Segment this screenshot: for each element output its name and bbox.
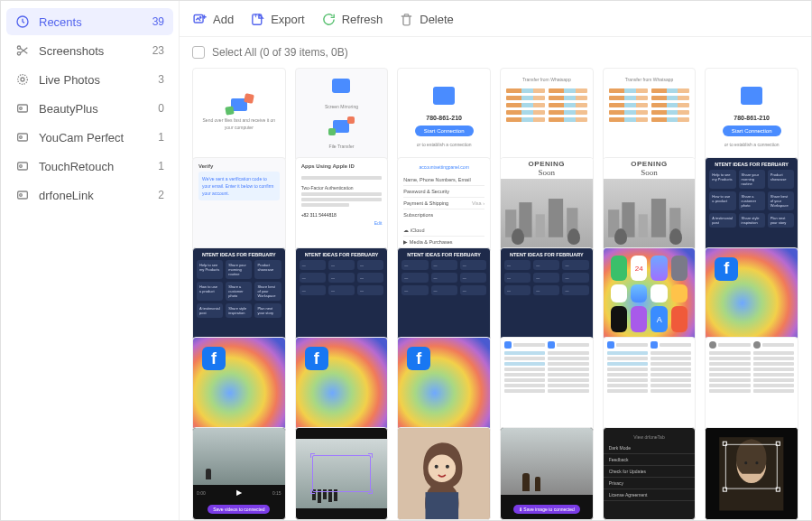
add-image-icon [192, 12, 208, 27]
sidebar-item-touchretouch[interactable]: TouchRetouch 1 [6, 153, 173, 180]
svg-point-28 [429, 454, 456, 481]
svg-point-12 [20, 194, 23, 197]
app-folder-icon [15, 188, 30, 202]
thumbnail[interactable]: f [295, 337, 389, 431]
button-label: Export [271, 13, 305, 26]
add-button[interactable]: Add [192, 12, 234, 27]
sidebar-item-youcam[interactable]: YouCam Perfect 1 [6, 124, 173, 151]
svg-rect-19 [549, 199, 563, 237]
thumbnail[interactable]: ⬇ Save image to connected [500, 427, 594, 520]
thumbnail[interactable]: NTENT IDEAS FOR FEBRUARY ——— ——— ——— [397, 247, 491, 341]
app-folder-icon [15, 101, 30, 116]
button-label: Refresh [342, 13, 383, 26]
thumbnail[interactable]: Verify We've sent a verification code to… [192, 157, 286, 251]
svg-point-4 [21, 78, 24, 81]
sidebar-label: Recents [39, 15, 152, 29]
export-button[interactable]: Export [250, 12, 305, 27]
sidebar-count: 1 [158, 160, 164, 172]
app-folder-icon [15, 130, 30, 144]
sidebar-label: BeautyPlus [39, 102, 158, 116]
thumbnail[interactable]: NTENT IDEAS FOR FEBRUARY ——— ——— ——— [500, 247, 594, 341]
svg-point-6 [20, 107, 23, 110]
svg-rect-31 [426, 492, 459, 519]
svg-rect-23 [638, 215, 647, 237]
sidebar-label: Screenshots [39, 44, 152, 58]
select-all-bar: Select All (0 of 39 items, 0B) [180, 37, 811, 64]
thumbnail[interactable]: f [705, 247, 798, 341]
thumbnail[interactable]: Transfer from Whatsapp [500, 68, 594, 162]
sidebar-label: YouCam Perfect [39, 131, 158, 144]
svg-point-29 [435, 464, 438, 468]
sidebar-count: 3 [158, 73, 164, 86]
thumbnail[interactable]: View drfoneTab Dark Mode Feedback Check … [603, 427, 697, 520]
app-root: Recents 39 Screenshots 23 Live Photos 3 … [1, 1, 811, 520]
thumbnail[interactable]: NTENT IDEAS FOR FEBRUARY Help to see my … [705, 157, 798, 251]
thumbnail[interactable]: 780-861-210 Start Connection or to estab… [705, 68, 798, 162]
scissors-icon [15, 43, 30, 58]
sidebar-item-livephotos[interactable]: Live Photos 3 [6, 66, 173, 93]
sidebar-item-beautyplus[interactable]: BeautyPlus 0 [6, 95, 173, 122]
main-panel: Add Export Refresh Delete [180, 1, 811, 520]
thumbnail[interactable]: 0:00 ▶ 0:15 Save videos to connected [192, 427, 286, 520]
thumbnail[interactable]: Apps Using Apple ID Two-Factor Authentic… [295, 157, 389, 251]
svg-rect-24 [651, 199, 666, 237]
thumbnail[interactable] [603, 337, 697, 431]
thumbnail[interactable] [397, 427, 491, 520]
thumbnail[interactable] [295, 427, 389, 520]
thumbnail[interactable] [705, 337, 798, 431]
thumbnail[interactable]: Screen Mirroring File Transfer [295, 68, 389, 162]
sidebar-count: 1 [158, 131, 164, 144]
sidebar-count: 23 [152, 44, 164, 57]
thumbnail[interactable] [705, 427, 798, 520]
select-all-checkbox[interactable] [192, 46, 205, 59]
sidebar-label: Live Photos [39, 73, 158, 87]
thumbnail[interactable]: accountsettingpanel.com Name, Phone Numb… [397, 157, 491, 251]
svg-point-10 [20, 165, 23, 168]
sidebar-item-drfonelink[interactable]: drfoneLink 2 [6, 181, 173, 209]
thumbnail[interactable]: 24 A [603, 247, 697, 341]
sidebar-item-recents[interactable]: Recents 39 [6, 8, 173, 35]
sidebar-count: 39 [152, 15, 164, 28]
thumbnail[interactable]: Transfer from Whatsapp [603, 68, 697, 162]
svg-point-8 [20, 136, 23, 139]
trash-icon [399, 12, 414, 27]
select-all-label: Select All (0 of 39 items, 0B) [212, 46, 348, 59]
thumbnail[interactable]: 780-861-210 Start Connection or to estab… [397, 68, 491, 162]
sidebar-label: TouchRetouch [39, 160, 158, 173]
clock-icon [15, 14, 30, 29]
svg-point-3 [18, 75, 28, 85]
delete-button[interactable]: Delete [399, 12, 454, 27]
export-icon [250, 12, 265, 27]
photo-grid: Send over files fast and receive it on y… [180, 64, 811, 520]
sidebar: Recents 39 Screenshots 23 Live Photos 3 … [1, 1, 180, 520]
refresh-button[interactable]: Refresh [321, 12, 383, 27]
thumbnail[interactable] [500, 337, 594, 431]
toolbar: Add Export Refresh Delete [180, 1, 811, 37]
thumbnail[interactable]: NTENT IDEAS FOR FEBRUARY Help to see my … [192, 247, 286, 341]
sidebar-count: 0 [158, 102, 164, 115]
svg-rect-18 [536, 215, 545, 237]
thumbnail[interactable]: f [192, 337, 286, 431]
app-folder-icon [15, 159, 30, 173]
thumbnail[interactable]: Send over files fast and receive it on y… [192, 68, 286, 162]
svg-point-36 [756, 461, 759, 464]
svg-point-30 [446, 464, 449, 468]
thumbnail[interactable]: OPENING Soon [500, 157, 594, 251]
sidebar-label: drfoneLink [39, 189, 158, 202]
sidebar-count: 2 [158, 189, 164, 201]
button-label: Add [213, 13, 234, 26]
svg-point-14 [200, 17, 201, 18]
svg-point-35 [745, 461, 748, 464]
button-label: Delete [420, 13, 454, 26]
circle-icon [15, 72, 30, 87]
refresh-icon [321, 12, 337, 27]
sidebar-item-screenshots[interactable]: Screenshots 23 [6, 37, 173, 64]
thumbnail[interactable]: f [397, 337, 491, 431]
thumbnail[interactable]: NTENT IDEAS FOR FEBRUARY ——— ——— ——— [295, 247, 389, 341]
thumbnail[interactable]: OPENING Soon [603, 157, 697, 251]
